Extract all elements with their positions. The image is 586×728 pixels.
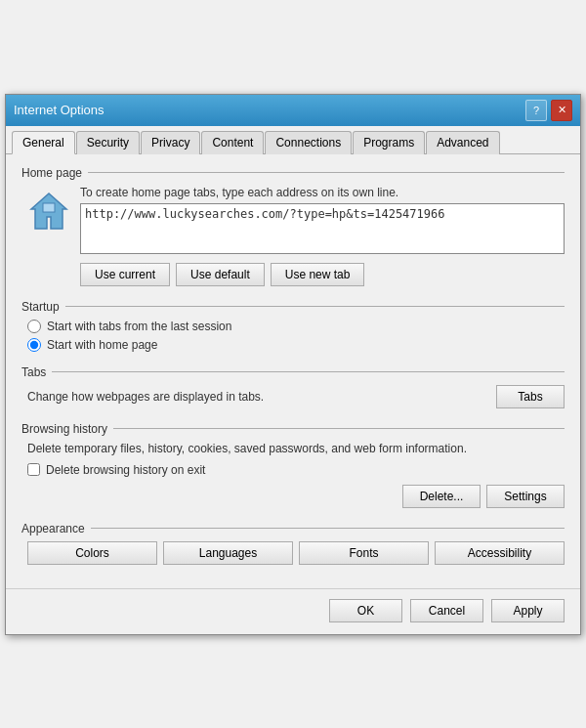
tab-general[interactable]: General: [12, 131, 75, 154]
browsing-description: Delete temporary files, history, cookies…: [27, 442, 565, 455]
startup-options: Start with tabs from the last session St…: [27, 320, 565, 352]
tab-content[interactable]: Content: [201, 131, 264, 154]
bottom-bar: OK Cancel Apply: [6, 588, 580, 634]
startup-section: Startup Start with tabs from the last se…: [21, 300, 565, 352]
apply-button[interactable]: Apply: [491, 599, 565, 622]
startup-option-1-row: Start with tabs from the last session: [27, 320, 565, 333]
browsing-history-section: Browsing history Delete temporary files,…: [21, 422, 565, 508]
colors-button[interactable]: Colors: [27, 541, 157, 565]
delete-on-exit-checkbox[interactable]: [27, 463, 40, 476]
browsing-history-title: Browsing history: [21, 422, 565, 436]
startup-title: Startup: [21, 300, 565, 314]
internet-options-dialog: Internet Options ? ✕ General Security Pr…: [5, 94, 581, 635]
home-page-title: Home page: [21, 166, 565, 180]
use-current-button[interactable]: Use current: [80, 263, 170, 286]
ok-button[interactable]: OK: [329, 599, 402, 622]
startup-home-page-radio[interactable]: [27, 338, 41, 352]
delete-settings-buttons: Delete... Settings: [27, 485, 565, 508]
startup-option-2-row: Start with home page: [27, 338, 565, 352]
tab-security[interactable]: Security: [76, 131, 140, 154]
tab-programs[interactable]: Programs: [353, 131, 425, 154]
languages-button[interactable]: Languages: [163, 541, 293, 565]
cancel-button[interactable]: Cancel: [410, 599, 483, 622]
appearance-section: Appearance Colors Languages Fonts Access…: [21, 522, 565, 565]
delete-on-exit-label: Delete browsing history on exit: [46, 463, 205, 477]
browsing-section-inner: Delete temporary files, history, cookies…: [27, 442, 565, 508]
home-icon: [27, 190, 70, 233]
tabs-section: Tabs Change how webpages are displayed i…: [21, 365, 565, 408]
startup-last-session-label: Start with tabs from the last session: [47, 320, 231, 333]
title-buttons: ? ✕: [525, 100, 572, 121]
delete-button[interactable]: Delete...: [402, 485, 481, 508]
use-default-button[interactable]: Use default: [176, 263, 265, 286]
appearance-title: Appearance: [21, 522, 565, 535]
tabs-section-inner: Change how webpages are displayed in tab…: [27, 385, 565, 408]
tab-bar: General Security Privacy Content Connect…: [6, 126, 580, 154]
window-title: Internet Options: [14, 103, 105, 117]
fonts-button[interactable]: Fonts: [299, 541, 429, 565]
tabs-section-title: Tabs: [21, 365, 565, 379]
home-page-inner: To create home page tabs, type each addr…: [27, 186, 565, 286]
settings-button[interactable]: Settings: [486, 485, 565, 508]
accessibility-button[interactable]: Accessibility: [435, 541, 565, 565]
title-bar: Internet Options ? ✕: [6, 95, 580, 126]
home-page-section: Home page To create home page tabs, type…: [21, 166, 565, 286]
startup-last-session-radio[interactable]: [27, 320, 41, 333]
close-button[interactable]: ✕: [551, 100, 572, 121]
appearance-buttons: Colors Languages Fonts Accessibility: [27, 541, 565, 565]
startup-home-page-label: Start with home page: [47, 338, 157, 352]
help-button[interactable]: ?: [525, 100, 547, 121]
svg-rect-1: [43, 203, 55, 212]
tab-privacy[interactable]: Privacy: [141, 131, 200, 154]
tab-advanced[interactable]: Advanced: [426, 131, 499, 154]
tab-content-general: Home page To create home page tabs, type…: [6, 154, 580, 588]
home-page-right: To create home page tabs, type each addr…: [80, 186, 565, 286]
tabs-button[interactable]: Tabs: [496, 385, 565, 408]
tab-connections[interactable]: Connections: [265, 131, 352, 154]
use-new-tab-button[interactable]: Use new tab: [271, 263, 365, 286]
title-bar-left: Internet Options: [14, 103, 105, 117]
home-page-description: To create home page tabs, type each addr…: [80, 186, 565, 199]
home-page-buttons: Use current Use default Use new tab: [80, 263, 565, 286]
home-page-url-input[interactable]: [80, 203, 565, 254]
tabs-description: Change how webpages are displayed in tab…: [27, 390, 496, 404]
delete-on-exit-row: Delete browsing history on exit: [27, 463, 565, 477]
